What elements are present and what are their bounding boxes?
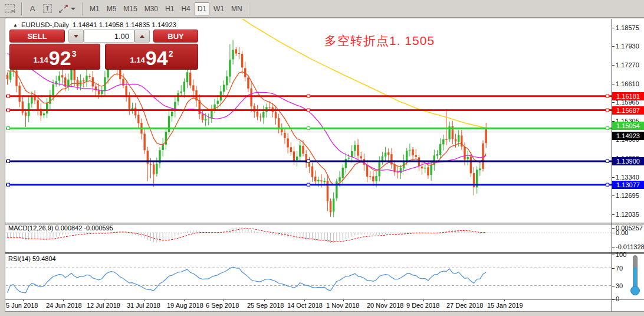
price-axis-tick <box>612 65 615 66</box>
time-axis-tick <box>384 299 385 301</box>
rsi-axis-tick <box>612 299 615 299</box>
objects-list-icon: F <box>5 4 15 13</box>
time-axis-tick <box>423 299 424 301</box>
time-axis-label: 12 Jul 2018 <box>87 302 120 309</box>
tab-timeframe-D1[interactable]: D1 <box>195 2 209 15</box>
toolbar: F A T M1M5M15M30H1H4D1W1MN <box>0 0 644 18</box>
time-axis-tick <box>304 299 305 301</box>
arrows-tool-button[interactable] <box>56 2 78 15</box>
price-axis-tick-label: 1.17930 <box>616 43 639 50</box>
price-axis-tick <box>612 46 615 47</box>
text-label-button[interactable]: A <box>26 2 39 15</box>
macd-axis-label: -0.011328 <box>616 244 644 250</box>
time-axis-label: 6 Sep 2018 <box>206 302 239 309</box>
price-axis-tick-label: 1.12695 <box>616 193 639 199</box>
price-axis-tick <box>612 214 615 215</box>
objects-list-button[interactable]: F <box>2 2 18 15</box>
price-axis-tick <box>612 102 615 103</box>
time-axis-tick <box>264 299 265 301</box>
volume-increase-button[interactable] <box>134 30 150 43</box>
time-axis-tick <box>63 299 64 301</box>
thermometer-widget[interactable] <box>629 255 642 298</box>
tab-timeframe-W1[interactable]: W1 <box>211 2 227 15</box>
rsi-axis-tick <box>612 286 615 286</box>
time-axis-label: 20 Nov 2018 <box>367 302 403 309</box>
buy-price-pip: 2 <box>169 49 173 58</box>
buy-price-big: 94 <box>146 50 168 67</box>
time-axis-tick <box>104 299 104 301</box>
macd-axis-tick <box>612 233 615 233</box>
sell-price-base: 1.14 <box>34 56 48 64</box>
tab-timeframe-H4[interactable]: H4 <box>178 2 193 15</box>
time-axis-label: 15 Jan 2019 <box>487 302 523 309</box>
rsi-axis-tick <box>612 268 615 269</box>
sell-price-big: 92 <box>49 50 71 67</box>
time-axis-label: 5 Jun 2018 <box>6 302 38 309</box>
buy-price-panel[interactable]: 1.14 94 2 <box>105 44 198 70</box>
tab-timeframe-H1[interactable]: H1 <box>162 2 177 15</box>
toolbar-separator <box>82 2 83 15</box>
price-axis-tick <box>612 84 615 84</box>
symbol-marker-icon: ▲ <box>13 22 18 28</box>
price-axis-tick-label: 1.13340 <box>616 174 639 181</box>
macd-axis-tick <box>612 247 615 247</box>
tab-timeframe-M1[interactable]: M1 <box>87 2 103 15</box>
sell-price-panel[interactable]: 1.14 92 3 <box>9 44 100 70</box>
buy-button[interactable]: BUY <box>153 30 198 43</box>
sell-button[interactable]: SELL <box>9 30 65 43</box>
rsi-axis-tick <box>612 255 615 255</box>
tab-timeframe-M5[interactable]: M5 <box>104 2 120 15</box>
timeframe-group: M1M5M15M30H1H4D1W1MN <box>86 2 246 15</box>
text-box-button[interactable]: T <box>40 2 55 15</box>
level-price-label: 1.16181 <box>612 92 644 100</box>
volume-input[interactable] <box>84 30 134 43</box>
time-axis-label: 27 Dec 2018 <box>446 302 483 309</box>
time-axis-tick <box>464 299 464 301</box>
price-axis-tick-label: 1.12035 <box>616 211 639 218</box>
panel-splitter[interactable] <box>5 299 644 300</box>
time-axis-label: 24 Jun 2018 <box>46 302 82 309</box>
rsi-chart[interactable] <box>6 254 612 299</box>
thermometer-stem <box>633 255 638 289</box>
price-axis-tick <box>612 28 615 28</box>
time-axis-label: 14 Oct 2018 <box>287 302 323 309</box>
time-axis-label: 25 Sep 2018 <box>247 302 284 309</box>
time-axis-tick <box>184 299 185 301</box>
window-bottom-frame <box>5 311 644 316</box>
price-axis-tick-label: 1.17270 <box>616 62 639 69</box>
time-axis-tick <box>343 299 344 301</box>
price-axis-tick <box>612 177 615 178</box>
mt4-terminal: F A T M1M5M15M30H1H4D1W1MN ▲ EURUSD-,Dai… <box>0 0 644 316</box>
cursor-arrows-icon <box>59 5 68 13</box>
chart-title: ▲ EURUSD-,Daily 1.14841 1.14958 1.14835 … <box>13 21 176 28</box>
price-axis-tick-label: 1.16610 <box>616 81 639 87</box>
time-axis-tick <box>23 299 24 301</box>
macd-axis-tick <box>612 228 615 229</box>
time-axis-tick <box>144 299 144 301</box>
level-price-label: 1.15687 <box>612 106 644 115</box>
price-axis-tick <box>612 196 615 196</box>
level-price-label: 1.13900 <box>612 157 644 165</box>
chart-annotation-text[interactable]: 多空转折点1. 1505 <box>324 32 435 49</box>
rsi-label: RSI(14) 59.4804 <box>8 255 56 262</box>
chevron-down-icon <box>71 8 75 10</box>
arrow-up-icon <box>140 35 144 38</box>
macd-axis-label: 0.00 <box>616 230 628 236</box>
thermometer-bulb <box>630 286 640 295</box>
rsi-axis-label: 30 <box>616 283 623 289</box>
toolbar-separator <box>21 2 22 15</box>
rsi-axis-label: 70 <box>616 265 623 272</box>
time-axis-tick <box>223 299 224 301</box>
time-axis-label: 19 Aug 2018 <box>167 302 203 309</box>
tab-timeframe-M15[interactable]: M15 <box>120 2 140 15</box>
time-axis-label: 31 Jul 2018 <box>127 302 160 309</box>
tab-timeframe-MN[interactable]: MN <box>228 2 245 15</box>
time-axis-label: 1 Nov 2018 <box>326 302 359 309</box>
volume-decrease-button[interactable] <box>68 30 84 43</box>
toolbar-separator <box>249 2 250 15</box>
level-price-label: 1.13077 <box>612 181 644 189</box>
symbol-period-label: EURUSD-,Daily <box>21 21 69 28</box>
level-price-label: 1.15054 <box>612 122 644 130</box>
tab-timeframe-M30[interactable]: M30 <box>142 2 161 15</box>
ohlc-values: 1.14841 1.14958 1.14835 1.14923 <box>73 21 176 28</box>
